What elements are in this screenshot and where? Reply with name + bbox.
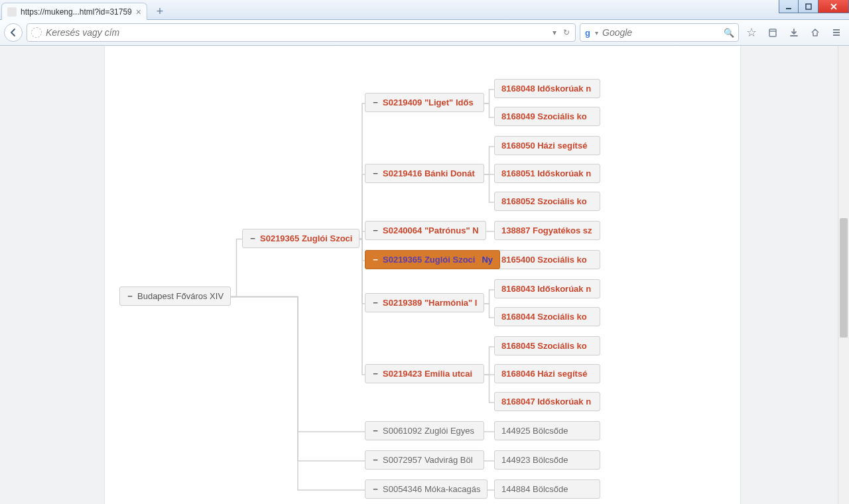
- new-tab-button[interactable]: +: [151, 3, 168, 19]
- org-tree: 8168048 Időskorúak n8168049 Szociális ko…: [113, 59, 736, 504]
- tree-node-suffix: Ny: [482, 255, 493, 265]
- vertical-scrollbar[interactable]: [838, 46, 849, 504]
- tree-node-label: S0219365 Zuglói Szoci: [383, 255, 475, 265]
- home-icon[interactable]: [807, 24, 824, 41]
- tree-leaf[interactable]: 8168046 Házi segítsé: [494, 364, 600, 383]
- tree-node-label: 8168045 Szociális ko: [501, 341, 587, 351]
- tree-root[interactable]: −Budapest Főváros XIV: [119, 286, 231, 306]
- maximize-button[interactable]: [799, 0, 818, 13]
- tree-node-label: S0219409 "Liget" Idős: [383, 97, 474, 107]
- tree-leaf[interactable]: 8168047 Időskorúak n: [494, 392, 600, 411]
- scrollbar-thumb[interactable]: [840, 218, 848, 338]
- address-bar[interactable]: ▾ ↻: [27, 23, 576, 42]
- tree-node-label: S0054346 Móka-kacagás: [383, 484, 480, 494]
- svg-rect-4: [769, 29, 776, 36]
- menu-icon[interactable]: [828, 24, 845, 41]
- collapse-toggle-icon[interactable]: −: [249, 233, 256, 243]
- collapse-toggle-icon[interactable]: −: [372, 455, 379, 465]
- tree-branch[interactable]: −S0054346 Móka-kacagás: [365, 479, 488, 499]
- search-dropdown-icon[interactable]: ▾: [595, 29, 598, 36]
- reload-icon[interactable]: ↻: [562, 28, 571, 37]
- tree-branch[interactable]: −S0219409 "Liget" Idős: [365, 93, 484, 112]
- window-controls: [779, 0, 849, 13]
- tree-leaf[interactable]: 8168049 Szociális ko: [494, 107, 600, 126]
- downloads-icon[interactable]: [785, 24, 803, 41]
- tab-close-icon[interactable]: ×: [136, 7, 141, 17]
- tree-leaf[interactable]: 8168045 Szociális ko: [494, 336, 600, 355]
- tree-node-label: 8168048 Időskorúak n: [501, 84, 591, 94]
- tree-branch[interactable]: −S0061092 Zuglói Egyes: [365, 421, 484, 440]
- collapse-toggle-icon[interactable]: −: [372, 168, 379, 178]
- browser-tab[interactable]: https://mukeng...html?id=31759 ×: [1, 3, 147, 20]
- tree-leaf[interactable]: 8165400 Szociális ko: [494, 250, 600, 269]
- collapse-toggle-icon[interactable]: −: [372, 97, 379, 107]
- page-content: 8168048 Időskorúak n8168049 Szociális ko…: [104, 46, 741, 504]
- tree-node-label: 138887 Fogyatékos sz: [501, 225, 592, 235]
- url-dropdown-icon[interactable]: ▾: [551, 28, 558, 37]
- tree-leaf[interactable]: 144923 Bölcsőde: [494, 450, 600, 470]
- tree-node-label: S0240064 "Patrónus" N: [383, 225, 479, 235]
- tree-node-label: 8168049 Szociális ko: [501, 111, 587, 121]
- tree-node-label: 8168050 Házi segítsé: [501, 141, 587, 151]
- tree-branch[interactable]: −S0240064 "Patrónus" N: [365, 221, 486, 240]
- collapse-toggle-icon[interactable]: −: [372, 225, 379, 235]
- tree-node-label: S0219389 "Harmónia" I: [383, 298, 477, 308]
- tree-branch[interactable]: −S0219365 Zuglói SzociNy: [365, 250, 500, 269]
- tree-node-label: 8165400 Szociális ko: [501, 255, 587, 265]
- window-titlebar: https://mukeng...html?id=31759 × +: [0, 0, 849, 20]
- tab-title: https://mukeng...html?id=31759: [21, 7, 132, 17]
- tree-node-label: 144884 Bölcsőde: [501, 484, 568, 494]
- tree-leaf[interactable]: 8168052 Szociális ko: [494, 192, 600, 211]
- google-icon: g: [584, 27, 591, 38]
- search-input[interactable]: [602, 27, 720, 38]
- collapse-toggle-icon[interactable]: −: [127, 291, 133, 301]
- tree-leaf[interactable]: 144925 Bölcsőde: [494, 421, 600, 440]
- tree-node-label: 8168047 Időskorúak n: [501, 397, 591, 407]
- tree-leaf[interactable]: 8168043 Időskorúak n: [494, 279, 600, 298]
- tree-node-label: S0072957 Vadvirág Böl: [383, 455, 473, 465]
- tree-branch[interactable]: −S0219423 Emilia utcai: [365, 364, 484, 383]
- tree-node-label: S0061092 Zuglói Egyes: [383, 426, 474, 436]
- collapse-toggle-icon[interactable]: −: [372, 255, 379, 265]
- tree-node-label: 8168046 Házi segítsé: [501, 369, 587, 379]
- collapse-toggle-icon[interactable]: −: [372, 484, 379, 494]
- tree-node-label: Budapest Főváros XIV: [137, 291, 224, 301]
- tree-leaf[interactable]: 8168050 Házi segítsé: [494, 136, 600, 155]
- tree-node-label: 144923 Bölcsőde: [501, 455, 568, 465]
- tree-node-label: S0219365 Zuglói Szoci: [260, 233, 352, 243]
- tree-branch[interactable]: −S0219365 Zuglói Szoci: [242, 229, 359, 248]
- favicon-icon: [7, 7, 17, 17]
- collapse-toggle-icon[interactable]: −: [372, 298, 379, 308]
- tree-node-label: S0219416 Bánki Donát: [383, 168, 475, 178]
- tree-leaf[interactable]: 138887 Fogyatékos sz: [494, 221, 600, 240]
- tree-node-label: S0219423 Emilia utcai: [383, 369, 472, 379]
- tree-node-label: 8168051 Időskorúak n: [501, 168, 591, 178]
- svg-rect-1: [806, 4, 811, 9]
- window-close-button[interactable]: [818, 0, 849, 13]
- collapse-toggle-icon[interactable]: −: [372, 369, 379, 379]
- bookmark-star-icon[interactable]: ☆: [743, 24, 760, 41]
- tree-branch[interactable]: −S0219416 Bánki Donát: [365, 164, 484, 183]
- tree-leaf[interactable]: 8168048 Időskorúak n: [494, 79, 600, 98]
- library-icon[interactable]: [764, 24, 781, 41]
- back-button[interactable]: [4, 23, 23, 42]
- search-bar[interactable]: g ▾ 🔍: [580, 23, 739, 42]
- url-input[interactable]: [46, 27, 547, 38]
- globe-icon: [31, 27, 42, 38]
- search-icon[interactable]: 🔍: [724, 28, 734, 38]
- tree-leaf[interactable]: 8168051 Időskorúak n: [494, 164, 600, 183]
- tree-branch[interactable]: −S0219389 "Harmónia" I: [365, 293, 484, 312]
- tree-node-label: 8168052 Szociális ko: [501, 196, 587, 206]
- tree-node-label: 144925 Bölcsőde: [501, 426, 568, 436]
- minimize-button[interactable]: [779, 0, 799, 13]
- browser-toolbar: ▾ ↻ g ▾ 🔍 ☆: [0, 20, 849, 46]
- tree-leaf[interactable]: 8168044 Szociális ko: [494, 307, 600, 326]
- tree-branch[interactable]: −S0072957 Vadvirág Böl: [365, 450, 484, 470]
- collapse-toggle-icon[interactable]: −: [372, 426, 379, 436]
- tree-leaf[interactable]: 144884 Bölcsőde: [494, 479, 600, 499]
- tree-node-label: 8168044 Szociális ko: [501, 312, 587, 322]
- tree-node-label: 8168043 Időskorúak n: [501, 284, 591, 294]
- viewport: 8168048 Időskorúak n8168049 Szociális ko…: [0, 46, 849, 504]
